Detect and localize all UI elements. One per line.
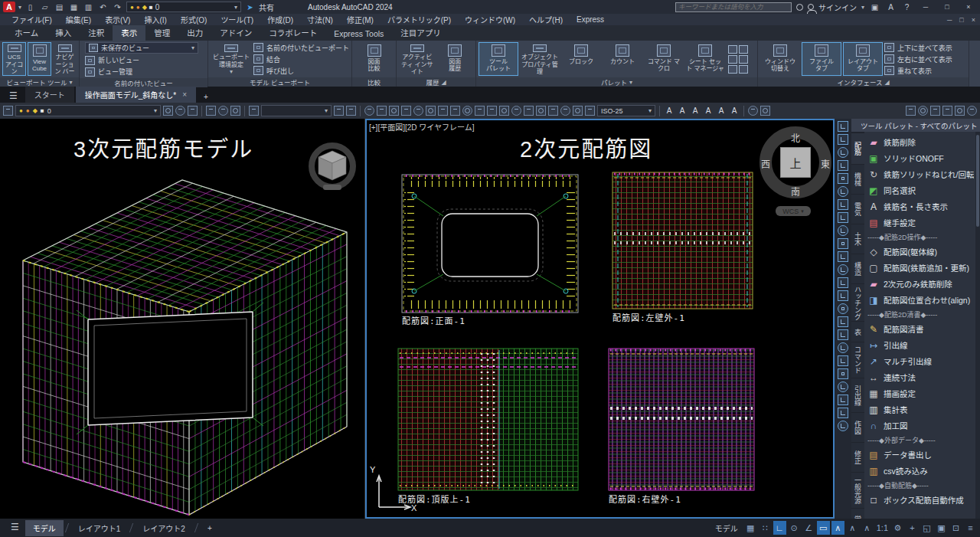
palette-item[interactable]: ◨ 配筋図位置合わせ(align) xyxy=(867,292,974,308)
qat-layer-combo[interactable]: ● ● ◆ ■ 0 ▾ xyxy=(126,2,241,12)
move-icon[interactable] xyxy=(838,186,848,197)
osnap-icon[interactable]: ∧▾ xyxy=(831,521,844,535)
ribbon-row-button[interactable]: 名前の付いたビューポート xyxy=(253,43,349,53)
doc-minimize-button[interactable]: ─ xyxy=(947,16,952,24)
dyn-input-icon[interactable]: ▭▾ xyxy=(817,521,830,535)
ribbon-button[interactable]: レイアウト タブ xyxy=(843,42,883,76)
write-block-icon[interactable] xyxy=(942,106,952,116)
menu-item[interactable]: 作成(D) xyxy=(260,14,300,25)
redo-icon[interactable]: ↷ xyxy=(112,2,123,12)
insert-block-icon[interactable] xyxy=(930,106,940,116)
aligned-dim-icon[interactable] xyxy=(377,106,387,116)
panel-dropdown-icon[interactable]: ▾ xyxy=(69,79,72,86)
menu-item[interactable]: 寸法(N) xyxy=(300,14,340,25)
palette-tab[interactable]: 一般光源 xyxy=(851,473,864,508)
ribbon-row-button[interactable]: ビュー管理 xyxy=(85,67,202,77)
spell-check-icon[interactable]: A xyxy=(703,106,714,115)
single-text-icon[interactable]: A xyxy=(690,106,701,115)
fillet-icon[interactable] xyxy=(838,290,848,301)
stretch-icon[interactable] xyxy=(838,225,848,236)
dialog-launcher-icon[interactable]: ◢ xyxy=(884,79,889,86)
ellipse-icon[interactable] xyxy=(838,395,848,405)
quick-dim-icon[interactable] xyxy=(450,106,460,116)
autocad-logo[interactable]: A xyxy=(3,2,15,12)
isodraft-icon[interactable]: ∠▾ xyxy=(802,521,815,535)
palette-item[interactable]: ▰ 2次元のみ鉄筋削除 xyxy=(867,276,974,292)
edit-attrib-icon[interactable] xyxy=(760,106,770,116)
text-justify-icon[interactable]: A xyxy=(729,106,740,115)
ribbon-button[interactable]: 図面 履歴 xyxy=(437,42,474,76)
calc-icon[interactable] xyxy=(739,55,748,64)
palette-tab[interactable]: 機械 xyxy=(851,165,864,194)
undo-icon[interactable]: ↶ xyxy=(97,2,109,12)
close-button[interactable]: × xyxy=(960,3,977,11)
palette-item[interactable]: ▦ 描画設定 xyxy=(867,385,974,401)
palette-item[interactable]: ◇ 配筋図(躯体線) xyxy=(867,244,974,260)
isolate-icon[interactable]: ◱▾ xyxy=(920,521,933,535)
polar-icon[interactable]: ⊙▾ xyxy=(788,521,801,535)
palette-tab[interactable]: 表 xyxy=(851,322,864,342)
palette-tab[interactable]: ハッチング xyxy=(851,284,864,321)
layer-freeze-icon[interactable] xyxy=(188,106,198,116)
palette-item[interactable]: ∩ 加工図 xyxy=(867,417,974,434)
palette-item[interactable]: ▤ 継手設定 xyxy=(867,214,974,231)
ribbon-tab[interactable]: 挿入 xyxy=(47,25,80,41)
offset-icon[interactable] xyxy=(838,160,848,171)
layer-combo[interactable]: ●● ◆■ 0 ▾ xyxy=(15,105,161,116)
spline-icon[interactable] xyxy=(838,381,848,392)
maximize-button[interactable]: □ xyxy=(939,3,956,11)
palette-item[interactable]: ◩ 同名選択 xyxy=(867,182,974,198)
autodesk-icon[interactable]: A xyxy=(885,2,897,12)
palette-item[interactable]: ▣ ソリッドONOFF xyxy=(867,150,974,166)
tab-close-icon[interactable]: × xyxy=(182,90,187,99)
dim-style-combo[interactable]: ISO-25 ▾ xyxy=(597,105,655,116)
match-layer-icon[interactable] xyxy=(218,106,228,116)
panel-dropdown-icon[interactable]: ▾ xyxy=(629,79,632,86)
combo-dropdown-icon[interactable]: ▾ xyxy=(191,44,194,51)
polyline-icon[interactable] xyxy=(838,316,848,327)
menu-item[interactable]: Express xyxy=(570,15,611,24)
color-combo[interactable]: ▾ xyxy=(261,105,332,116)
saveas-icon[interactable]: ▦ xyxy=(68,2,80,12)
ribbon-tab[interactable]: 注目アプリ xyxy=(392,25,449,41)
ribbon-row-button[interactable]: 結合 xyxy=(253,54,349,64)
ribbon-tab[interactable]: Express Tools xyxy=(325,27,392,41)
button-dropdown-icon[interactable]: ▾ xyxy=(230,68,233,75)
previous-layer-icon[interactable] xyxy=(230,106,240,116)
palette-item[interactable]: -----◆外部データ◆----- xyxy=(867,434,974,447)
ribbon-row-button[interactable]: 左右に並べて表示 xyxy=(884,54,952,64)
new-layout-button[interactable]: + xyxy=(200,522,220,535)
dim-edit-icon[interactable] xyxy=(560,106,570,116)
layer-walk-icon[interactable] xyxy=(249,106,259,116)
inspect-icon[interactable] xyxy=(536,106,546,116)
palette-tab[interactable]: 蛍光灯 xyxy=(851,509,864,519)
dim-text-edit-icon[interactable] xyxy=(573,106,583,116)
menu-item[interactable]: 形式(O) xyxy=(174,14,214,25)
palette-tab[interactable]: 土木 xyxy=(851,224,864,254)
layer-properties-icon[interactable] xyxy=(3,106,13,116)
plot-icon[interactable]: ▥ xyxy=(83,2,94,12)
palette-item[interactable]: -----◆自動配筋◆----- xyxy=(867,479,974,492)
mini-viewcube[interactable] xyxy=(300,133,364,197)
document-tab[interactable]: 操作画面モデル_斜角なし* × xyxy=(76,87,196,103)
ribbon-tab[interactable]: 表示 xyxy=(113,25,145,41)
signin-label[interactable]: サインイン xyxy=(818,2,857,13)
crosshair-icon[interactable]: +▾ xyxy=(906,521,919,535)
graphics-icon[interactable]: ▣▾ xyxy=(935,521,948,535)
palette-tab[interactable]: コマンド xyxy=(851,342,864,378)
palette-item[interactable]: ▢ 配筋図(鉄筋追加・更新) xyxy=(867,260,974,276)
menu-item[interactable]: ツール(T) xyxy=(214,14,260,25)
erase-icon[interactable] xyxy=(838,121,848,132)
trim-icon[interactable] xyxy=(838,238,848,249)
dialog-launcher-icon[interactable]: ◢ xyxy=(441,79,446,86)
ordinate-dim-icon[interactable] xyxy=(401,106,411,116)
mode-label[interactable]: モデル xyxy=(710,522,743,534)
array-icon[interactable] xyxy=(838,173,848,184)
menu-item[interactable]: 表示(V) xyxy=(98,14,137,25)
doc-restore-button[interactable]: □ xyxy=(959,16,963,24)
mtext-icon[interactable]: A xyxy=(677,106,688,115)
make-object-layer-icon[interactable] xyxy=(206,106,216,116)
layer-state-icon[interactable] xyxy=(163,106,173,116)
view-combo[interactable]: 未保存のビュー ▾ xyxy=(85,42,198,54)
diameter-dim-icon[interactable] xyxy=(426,106,436,116)
